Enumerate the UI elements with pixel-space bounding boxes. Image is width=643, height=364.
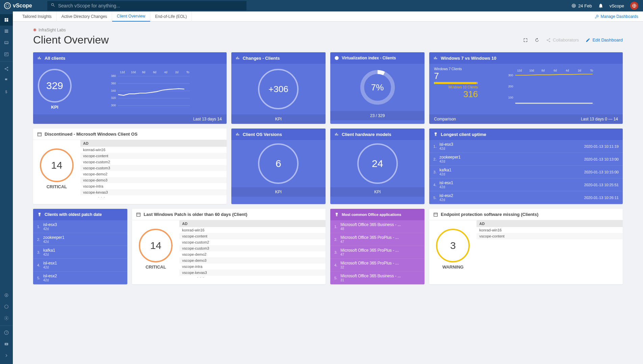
svg-point-18 xyxy=(549,41,550,42)
search-input[interactable] xyxy=(58,3,243,8)
card-os-versions[interactable]: Client OS Versions 6 KPI xyxy=(231,129,326,204)
list-item[interactable]: 2.Microsoft Office 365 ProPlus - ...47 xyxy=(330,233,425,246)
table-row[interactable]: konrad-win16 xyxy=(179,227,326,233)
sidebar-video[interactable] xyxy=(0,338,13,350)
bar-chart-icon xyxy=(235,132,240,137)
search-box[interactable] xyxy=(47,1,247,10)
logo[interactable]: vScope xyxy=(0,2,47,9)
tab-end-of-life-eol-[interactable]: End-of-Life (EOL) xyxy=(150,11,192,22)
card-changes[interactable]: Changes - Clients +306 KPI xyxy=(231,52,326,124)
list-item[interactable]: 2.zookeeper142d xyxy=(33,233,127,246)
card-hw-models[interactable]: Client hardware models 24 KPI xyxy=(330,129,425,204)
table-row[interactable]: vscope-custom2 xyxy=(80,159,227,165)
svg-text:10d: 10d xyxy=(529,69,534,72)
table-row[interactable]: vscope-content xyxy=(477,233,623,239)
collaborators-button[interactable]: Collaborators xyxy=(546,37,579,43)
sidebar-globe[interactable] xyxy=(0,301,13,312)
card-oldest-patch[interactable]: Clients with oldest patch date 1.isl-esx… xyxy=(33,209,127,284)
svg-point-11 xyxy=(5,305,8,309)
table-row[interactable]: vscope-custom3 xyxy=(179,245,326,251)
refresh-button[interactable] xyxy=(535,38,539,43)
sidebar-target[interactable] xyxy=(0,289,13,301)
sidebar-expand[interactable] xyxy=(0,350,13,361)
bell-icon[interactable] xyxy=(598,3,603,8)
table-row[interactable]: konrad-win16 xyxy=(80,147,227,153)
sidebar-flag[interactable] xyxy=(0,75,13,86)
svg-text:6d: 6d xyxy=(554,69,557,72)
list-item[interactable]: 3.kafka142d xyxy=(33,246,127,259)
calendar-icon xyxy=(433,212,438,217)
table-row[interactable]: vscope-content xyxy=(80,153,227,159)
tab-client-overview[interactable]: Client Overview xyxy=(112,11,150,22)
calendar-icon xyxy=(37,132,42,137)
card-virtualization[interactable]: Virtualization index - Clients 7% 23 / 3… xyxy=(330,52,425,124)
table-row[interactable]: vscope-kevas3 xyxy=(179,270,326,276)
svg-point-7 xyxy=(7,69,8,71)
table-row[interactable]: vscope-intra xyxy=(179,263,326,270)
card-win-comparison[interactable]: Windows 7 vs Windows 10 Windows 7 Client… xyxy=(429,52,623,124)
bar-chart-icon xyxy=(37,56,42,60)
trophy-icon xyxy=(433,132,438,137)
svg-rect-49 xyxy=(38,133,42,136)
list-item[interactable]: 4.Microsoft Office 365 ProPlus - ...32 xyxy=(330,259,425,272)
tabs-bar: Tailored InsightsActive Directory Change… xyxy=(13,11,643,22)
list-item[interactable]: 3.Microsoft Office 365 ProPlus - ...47 xyxy=(330,246,425,259)
list-item[interactable]: 5.Microsoft Office 365 Business - ...31 xyxy=(330,272,425,284)
list-item[interactable]: 4.isl-esx142d xyxy=(33,259,127,272)
card-all-clients[interactable]: All clients 329 KPI 12d10d8d6d4d2dTo 380… xyxy=(33,52,227,124)
table-row[interactable]: vscope-nightly xyxy=(80,195,227,197)
svg-point-17 xyxy=(547,39,548,41)
dashboard-grid: All clients 329 KPI 12d10d8d6d4d2dTo 380… xyxy=(33,52,623,284)
list-item[interactable]: 5.isl-esx242d2020-01-13 10:26:11 xyxy=(429,191,623,204)
table-row[interactable]: vscope-demo3 xyxy=(80,177,227,183)
table-row[interactable]: vscope-nightly xyxy=(179,276,326,278)
card-endpoint[interactable]: Endpoint protection software missing (Cl… xyxy=(429,209,623,284)
table-row[interactable]: vscope-custom2 xyxy=(179,239,326,245)
svg-text:340: 340 xyxy=(111,89,116,92)
table-row[interactable]: vscope-kevas3 xyxy=(80,189,227,195)
table-row[interactable]: konrad-win16 xyxy=(477,227,623,233)
sidebar-dollar[interactable]: $ xyxy=(0,86,13,97)
svg-text:300: 300 xyxy=(508,74,513,77)
breadcrumb[interactable]: ❋ InfraSight Labs xyxy=(33,28,623,32)
table-row[interactable]: vscope-custom3 xyxy=(80,165,227,171)
table-row[interactable]: vscope-demo2 xyxy=(80,171,227,177)
list-item[interactable]: 1.isl-esx342d xyxy=(33,220,127,233)
table-row[interactable]: vscope-intra xyxy=(80,183,227,189)
card-discontinued[interactable]: Discontinued - Microsoft Windows Client … xyxy=(33,129,227,204)
manage-dashboards-link[interactable]: Manage Dashboards xyxy=(594,14,638,19)
svg-point-6 xyxy=(5,68,6,69)
table-row[interactable]: vscope-demo3 xyxy=(179,257,326,263)
table-row[interactable]: vscope-demo2 xyxy=(179,251,326,257)
list-item[interactable]: 4.isl-esx142d2020-01-13 10:25:51 xyxy=(429,178,623,191)
svg-text:$: $ xyxy=(5,90,7,94)
user-name[interactable]: vScope xyxy=(610,3,624,8)
list-item[interactable]: 3.kafka142d2020-01-13 10:15:00 xyxy=(429,166,623,178)
card-office[interactable]: Most common Office applications 1.Micros… xyxy=(330,209,425,284)
sidebar-settings[interactable] xyxy=(0,312,13,324)
card-patch-60[interactable]: Last Windows Patch is older than 60 days… xyxy=(132,209,326,284)
tab-active-directory-changes[interactable]: Active Directory Changes xyxy=(57,11,112,22)
card-uptime[interactable]: Longest client uptime 1.isl-esx342d2020-… xyxy=(429,129,623,204)
table-row[interactable]: vscope-content xyxy=(179,233,326,239)
sidebar-display[interactable] xyxy=(0,37,13,49)
svg-text:360: 360 xyxy=(111,82,116,85)
sidebar-share[interactable] xyxy=(0,63,13,75)
edit-dashboard-button[interactable]: Edit Dashboard xyxy=(586,37,623,43)
sidebar-help[interactable]: ? xyxy=(0,327,13,338)
date-indicator[interactable]: 24 Feb xyxy=(571,3,592,8)
sidebar-dashboard[interactable] xyxy=(0,14,13,26)
sidebar-chart[interactable] xyxy=(0,49,13,60)
list-item[interactable]: 1.Microsoft Office 365 Business - ...48 xyxy=(330,220,425,233)
bar-chart-icon xyxy=(334,132,339,137)
donut-chart: 7% xyxy=(357,67,398,108)
avatar[interactable] xyxy=(630,2,638,10)
list-item[interactable]: 5.isl-esx242d xyxy=(33,272,127,284)
tab-tailored-insights[interactable]: Tailored Insights xyxy=(18,11,57,22)
list-item[interactable]: 1.isl-esx342d2020-01-13 10:11:19 xyxy=(429,140,623,153)
fullscreen-button[interactable] xyxy=(523,38,528,43)
sidebar-table[interactable] xyxy=(0,26,13,37)
svg-text:8d: 8d xyxy=(541,69,545,72)
svg-text:100: 100 xyxy=(508,96,513,99)
list-item[interactable]: 2.zookeeper142d2020-01-13 10:13:00 xyxy=(429,153,623,166)
